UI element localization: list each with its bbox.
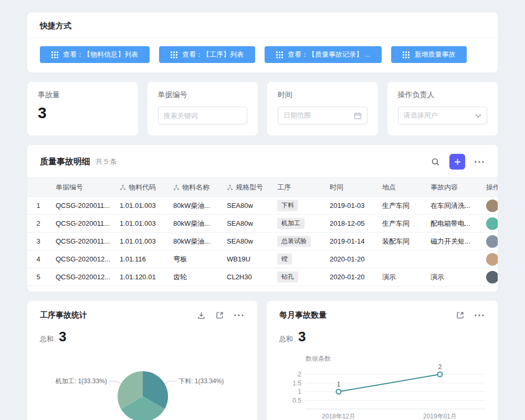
pie-leader-line — [165, 381, 177, 384]
shortcuts-title: 快捷方式 — [40, 21, 485, 31]
date-range-input[interactable]: 日期范围 — [278, 107, 368, 124]
relation-icon — [173, 184, 180, 191]
cell-place: 生产车间 — [376, 197, 424, 215]
table-row[interactable]: 4 QCSG-2020012... 1.01.116 弯板 WB19U 镗 20… — [27, 250, 498, 268]
cell-content: 磁力开关短... — [424, 233, 480, 250]
table-title: 质量事故明细 — [40, 156, 90, 167]
column-header-content[interactable]: 事故内容 — [424, 178, 480, 197]
pie-label: 机加工: 1(33.33%) — [55, 377, 107, 385]
total-label: 总和 — [279, 334, 293, 344]
cell-process: 镗 — [271, 250, 323, 268]
process-accident-chart-card: 工序事故统计 总和 3 下料: 1(33.34%)总装试验: 1(3 — [27, 301, 257, 420]
cell-operator — [480, 215, 498, 233]
row-index: 2 — [27, 215, 49, 233]
y-tick-label: 2 — [298, 371, 301, 378]
cell-process: 总装试验 — [271, 233, 323, 250]
shortcuts-card: 快捷方式 查看：【物料信息】列表 查看：【工序】列表 查看：【质量事故记录】 .… — [27, 13, 498, 72]
avatar — [486, 253, 498, 266]
cell-process: 下料 — [271, 197, 323, 215]
plus-icon — [454, 159, 461, 165]
column-header-name[interactable]: 物料名称 — [167, 178, 220, 197]
shortcut-add-quality-accident-button[interactable]: 新增质量事故 — [391, 46, 467, 63]
table-row[interactable]: 3 QCSG-2020011... 1.01.01.003 80kW柴油... … — [27, 233, 498, 250]
series-name-label: 数据条数 — [306, 355, 331, 362]
chevron-down-icon — [475, 114, 481, 118]
cell-date: 2020-01-20 — [323, 250, 376, 268]
column-label: 时间 — [330, 183, 343, 192]
time-filter-card: 时间 日期范围 — [267, 82, 378, 135]
filter-row: 事故量 3 单据编号 时间 日期范围 操作负责人 请选择用户 — [27, 82, 498, 135]
column-label: 工序 — [277, 183, 291, 192]
cell-name: 80kW柴油... — [167, 215, 220, 233]
column-header-time[interactable]: 时间 — [323, 178, 376, 197]
column-header-spec[interactable]: 规格型号 — [220, 178, 271, 197]
grid-icon — [403, 51, 410, 58]
cell-place: 装配车间 — [376, 233, 424, 250]
point-value-label: 1 — [337, 381, 341, 388]
pie-label: 下料: 1(33.34%) — [178, 377, 224, 385]
table-row[interactable]: 1 QCSG-2020011... 1.01.01.003 80kW柴油... … — [27, 197, 498, 215]
column-header-place[interactable]: 地点 — [376, 178, 424, 197]
stat-value: 3 — [38, 104, 128, 122]
expand-button[interactable] — [215, 310, 225, 320]
point-value-label: 2 — [438, 363, 442, 371]
row-index: 4 — [27, 250, 49, 268]
y-tick-label: 1 — [298, 388, 301, 395]
column-label: 事故内容 — [430, 183, 458, 192]
filter-label: 操作负责人 — [398, 90, 488, 100]
cell-spec: WB19U — [220, 250, 271, 268]
add-record-button[interactable] — [449, 154, 465, 170]
user-select-placeholder: 请选择用户 — [404, 111, 438, 120]
shortcut-view-material-list-button[interactable]: 查看：【物料信息】列表 — [40, 46, 150, 63]
column-header-operator[interactable]: 操作负责人 — [480, 178, 498, 197]
column-header-process[interactable]: 工序 — [271, 178, 323, 197]
process-tag: 总装试验 — [277, 236, 311, 247]
accident-count-card: 事故量 3 — [27, 82, 138, 135]
search-button[interactable] — [430, 156, 441, 167]
shortcut-view-quality-records-button[interactable]: 查看：【质量事故记录】 ... — [265, 46, 382, 63]
cell-name: 80kW柴油... — [167, 197, 220, 215]
cell-doc: QCSG-2020011... — [49, 197, 113, 215]
chart-actions — [196, 310, 245, 320]
calendar-icon — [354, 112, 362, 120]
chart-card-header: 工序事故统计 — [40, 310, 245, 320]
table-row[interactable]: 5 QCSG-2020012... 1.01.120.01 齿轮 CL2H30 … — [27, 268, 498, 286]
table-row[interactable]: 2 QCSG-2020011... 1.01.01.003 80kW柴油... … — [27, 215, 498, 233]
record-count: 共 5 条 — [96, 157, 430, 166]
column-header-doc[interactable]: 单据编号 — [49, 178, 113, 197]
cell-content — [424, 250, 480, 268]
expand-button[interactable] — [455, 310, 465, 320]
cell-operator — [480, 268, 498, 286]
more-button[interactable] — [474, 313, 485, 318]
cell-date: 2020-01-20 — [323, 268, 376, 286]
more-button[interactable] — [233, 313, 245, 318]
data-point[interactable] — [438, 372, 443, 377]
column-label: 地点 — [382, 183, 396, 192]
save-image-button[interactable] — [196, 310, 206, 320]
stat-label: 事故量 — [38, 90, 128, 100]
shortcut-view-process-list-button[interactable]: 查看：【工序】列表 — [159, 46, 255, 63]
keyword-search-input[interactable] — [158, 107, 248, 124]
pie-leader-line — [109, 381, 121, 384]
table-card-header: 质量事故明细 共 5 条 — [27, 145, 498, 177]
chart-total-row: 总和 3 — [40, 329, 245, 345]
cell-code: 1.01.01.003 — [113, 233, 167, 250]
grid-icon — [51, 51, 58, 58]
process-pie-chart: 下料: 1(33.34%)总装试验: 1(33.33%)机加工: 1(33.33… — [40, 349, 245, 420]
user-select[interactable]: 请选择用户 — [398, 107, 488, 124]
data-point[interactable] — [337, 390, 341, 394]
monthly-accident-chart-card: 每月事故数量 总和 3 数据条数0.511.5212018年12月22019年0… — [267, 301, 498, 420]
cell-doc: QCSG-2020011... — [49, 215, 113, 233]
cell-doc: QCSG-2020012... — [49, 268, 113, 286]
more-button[interactable] — [474, 160, 485, 164]
cell-code: 1.01.120.01 — [113, 268, 167, 286]
row-index: 3 — [27, 233, 49, 250]
quality-accident-table-card: 质量事故明细 共 5 条 单据编号 — [27, 145, 498, 291]
process-tag: 镗 — [277, 254, 292, 265]
x-tick-label: 2018年12月 — [322, 413, 355, 420]
grid-icon — [276, 51, 283, 58]
index-column-header — [27, 178, 49, 197]
cell-place: 生产车间 — [376, 215, 424, 233]
column-header-code[interactable]: 物料代码 — [113, 178, 167, 197]
relation-icon — [227, 184, 233, 191]
